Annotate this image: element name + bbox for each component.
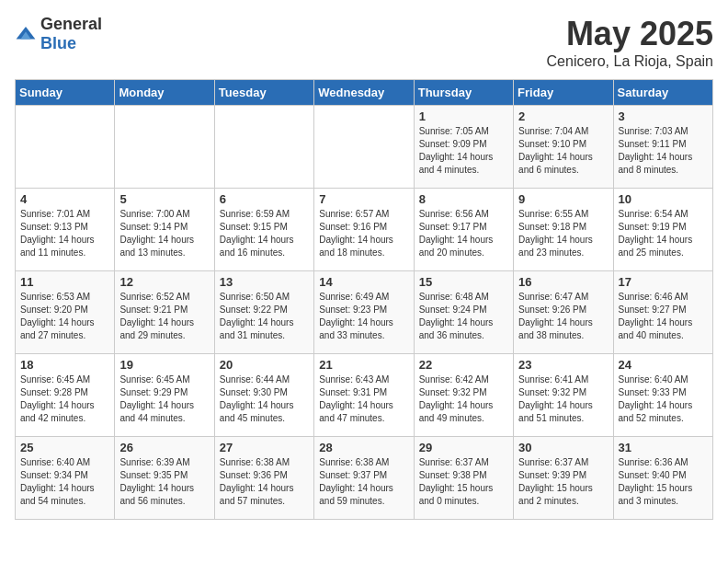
calendar-table: SundayMondayTuesdayWednesdayThursdayFrid… xyxy=(15,79,713,520)
day-info: Sunrise: 6:47 AM Sunset: 9:26 PM Dayligh… xyxy=(518,291,608,342)
day-number: 22 xyxy=(419,358,508,372)
day-info: Sunrise: 7:03 AM Sunset: 9:11 PM Dayligh… xyxy=(619,125,708,177)
calendar-cell: 11Sunrise: 6:53 AM Sunset: 9:20 PM Dayli… xyxy=(16,271,115,354)
calendar-cell: 25Sunrise: 6:40 AM Sunset: 9:34 PM Dayli… xyxy=(16,437,115,520)
day-header-tuesday: Tuesday xyxy=(214,80,313,106)
day-number: 26 xyxy=(119,441,209,454)
calendar-cell: 1Sunrise: 7:05 AM Sunset: 9:09 PM Daylig… xyxy=(414,106,513,189)
day-number: 1 xyxy=(419,109,508,123)
logo-general: General xyxy=(40,15,102,33)
day-number: 21 xyxy=(319,358,408,372)
week-row-1: 1Sunrise: 7:05 AM Sunset: 9:09 PM Daylig… xyxy=(16,106,713,189)
day-info: Sunrise: 6:44 AM Sunset: 9:30 PM Dayligh… xyxy=(220,373,309,425)
day-info: Sunrise: 6:45 AM Sunset: 9:28 PM Dayligh… xyxy=(20,373,109,425)
day-info: Sunrise: 6:52 AM Sunset: 9:21 PM Dayligh… xyxy=(119,291,209,342)
day-info: Sunrise: 6:50 AM Sunset: 9:22 PM Dayligh… xyxy=(220,291,309,342)
calendar-cell: 26Sunrise: 6:39 AM Sunset: 9:35 PM Dayli… xyxy=(115,437,214,520)
day-number: 4 xyxy=(20,192,109,206)
day-number: 19 xyxy=(119,358,209,372)
day-number: 8 xyxy=(419,192,508,206)
day-info: Sunrise: 6:36 AM Sunset: 9:40 PM Dayligh… xyxy=(619,456,708,508)
calendar-cell: 10Sunrise: 6:54 AM Sunset: 9:19 PM Dayli… xyxy=(613,189,712,271)
calendar-cell xyxy=(214,106,313,189)
calendar-cell: 13Sunrise: 6:50 AM Sunset: 9:22 PM Dayli… xyxy=(214,271,313,354)
day-info: Sunrise: 6:43 AM Sunset: 9:31 PM Dayligh… xyxy=(319,373,408,425)
calendar-cell: 17Sunrise: 6:46 AM Sunset: 9:27 PM Dayli… xyxy=(613,271,712,354)
week-row-4: 18Sunrise: 6:45 AM Sunset: 9:28 PM Dayli… xyxy=(16,354,713,437)
day-info: Sunrise: 6:37 AM Sunset: 9:39 PM Dayligh… xyxy=(518,456,608,508)
day-number: 18 xyxy=(20,358,109,372)
day-info: Sunrise: 7:00 AM Sunset: 9:14 PM Dayligh… xyxy=(119,208,209,259)
day-info: Sunrise: 6:46 AM Sunset: 9:27 PM Dayligh… xyxy=(619,291,708,342)
calendar-cell: 15Sunrise: 6:48 AM Sunset: 9:24 PM Dayli… xyxy=(414,271,513,354)
day-info: Sunrise: 6:40 AM Sunset: 9:34 PM Dayligh… xyxy=(20,456,109,508)
calendar-cell: 24Sunrise: 6:40 AM Sunset: 9:33 PM Dayli… xyxy=(613,354,712,437)
calendar-cell: 2Sunrise: 7:04 AM Sunset: 9:10 PM Daylig… xyxy=(514,106,613,189)
day-info: Sunrise: 6:54 AM Sunset: 9:19 PM Dayligh… xyxy=(619,208,708,259)
calendar-cell: 27Sunrise: 6:38 AM Sunset: 9:36 PM Dayli… xyxy=(214,437,313,520)
day-header-monday: Monday xyxy=(115,80,214,106)
calendar-header-row: SundayMondayTuesdayWednesdayThursdayFrid… xyxy=(16,80,713,106)
calendar-cell: 30Sunrise: 6:37 AM Sunset: 9:39 PM Dayli… xyxy=(514,437,613,520)
day-info: Sunrise: 6:40 AM Sunset: 9:33 PM Dayligh… xyxy=(619,373,708,425)
day-number: 24 xyxy=(619,358,708,372)
day-number: 14 xyxy=(319,275,408,289)
day-number: 10 xyxy=(619,192,708,206)
day-header-saturday: Saturday xyxy=(613,80,712,106)
day-number: 25 xyxy=(20,441,109,454)
day-number: 30 xyxy=(518,441,608,454)
calendar-cell: 18Sunrise: 6:45 AM Sunset: 9:28 PM Dayli… xyxy=(16,354,115,437)
day-header-sunday: Sunday xyxy=(16,80,115,106)
day-info: Sunrise: 6:45 AM Sunset: 9:29 PM Dayligh… xyxy=(119,373,209,425)
day-header-thursday: Thursday xyxy=(414,80,513,106)
page-header: General Blue May 2025 Cenicero, La Rioja… xyxy=(15,15,713,70)
day-number: 28 xyxy=(319,441,408,454)
day-info: Sunrise: 6:57 AM Sunset: 9:16 PM Dayligh… xyxy=(319,208,408,259)
title-block: May 2025 Cenicero, La Rioja, Spain xyxy=(547,15,713,70)
week-row-2: 4Sunrise: 7:01 AM Sunset: 9:13 PM Daylig… xyxy=(16,189,713,271)
day-number: 6 xyxy=(220,192,309,206)
calendar-cell: 29Sunrise: 6:37 AM Sunset: 9:38 PM Dayli… xyxy=(414,437,513,520)
day-number: 2 xyxy=(518,109,608,123)
calendar-cell: 3Sunrise: 7:03 AM Sunset: 9:11 PM Daylig… xyxy=(613,106,712,189)
calendar-cell: 4Sunrise: 7:01 AM Sunset: 9:13 PM Daylig… xyxy=(16,189,115,271)
day-info: Sunrise: 7:01 AM Sunset: 9:13 PM Dayligh… xyxy=(20,208,109,259)
day-header-friday: Friday xyxy=(514,80,613,106)
day-info: Sunrise: 7:04 AM Sunset: 9:10 PM Dayligh… xyxy=(518,125,608,177)
calendar-cell xyxy=(115,106,214,189)
day-info: Sunrise: 7:05 AM Sunset: 9:09 PM Dayligh… xyxy=(419,125,508,177)
day-number: 29 xyxy=(419,441,508,454)
calendar-cell: 16Sunrise: 6:47 AM Sunset: 9:26 PM Dayli… xyxy=(514,271,613,354)
week-row-5: 25Sunrise: 6:40 AM Sunset: 9:34 PM Dayli… xyxy=(16,437,713,520)
day-number: 5 xyxy=(119,192,209,206)
day-number: 11 xyxy=(20,275,109,289)
day-info: Sunrise: 6:59 AM Sunset: 9:15 PM Dayligh… xyxy=(220,208,309,259)
calendar-cell: 7Sunrise: 6:57 AM Sunset: 9:16 PM Daylig… xyxy=(314,189,414,271)
calendar-cell: 21Sunrise: 6:43 AM Sunset: 9:31 PM Dayli… xyxy=(314,354,414,437)
logo-blue: Blue xyxy=(40,34,76,52)
calendar-cell: 9Sunrise: 6:55 AM Sunset: 9:18 PM Daylig… xyxy=(514,189,613,271)
day-number: 3 xyxy=(619,109,708,123)
logo: General Blue xyxy=(15,15,102,53)
calendar-cell: 8Sunrise: 6:56 AM Sunset: 9:17 PM Daylig… xyxy=(414,189,513,271)
calendar-cell: 12Sunrise: 6:52 AM Sunset: 9:21 PM Dayli… xyxy=(115,271,214,354)
day-info: Sunrise: 6:56 AM Sunset: 9:17 PM Dayligh… xyxy=(419,208,508,259)
calendar-cell: 20Sunrise: 6:44 AM Sunset: 9:30 PM Dayli… xyxy=(214,354,313,437)
main-title: May 2025 xyxy=(547,15,713,53)
calendar-cell: 28Sunrise: 6:38 AM Sunset: 9:37 PM Dayli… xyxy=(314,437,414,520)
day-number: 23 xyxy=(518,358,608,372)
day-number: 15 xyxy=(419,275,508,289)
calendar-cell: 23Sunrise: 6:41 AM Sunset: 9:32 PM Dayli… xyxy=(514,354,613,437)
day-info: Sunrise: 6:39 AM Sunset: 9:35 PM Dayligh… xyxy=(119,456,209,508)
calendar-cell xyxy=(314,106,414,189)
day-info: Sunrise: 6:55 AM Sunset: 9:18 PM Dayligh… xyxy=(518,208,608,259)
calendar-cell: 6Sunrise: 6:59 AM Sunset: 9:15 PM Daylig… xyxy=(214,189,313,271)
day-info: Sunrise: 6:38 AM Sunset: 9:37 PM Dayligh… xyxy=(319,456,408,508)
day-info: Sunrise: 6:38 AM Sunset: 9:36 PM Dayligh… xyxy=(220,456,309,508)
calendar-cell: 22Sunrise: 6:42 AM Sunset: 9:32 PM Dayli… xyxy=(414,354,513,437)
day-number: 7 xyxy=(319,192,408,206)
day-header-wednesday: Wednesday xyxy=(314,80,414,106)
day-number: 31 xyxy=(619,441,708,454)
day-number: 12 xyxy=(119,275,209,289)
day-info: Sunrise: 6:53 AM Sunset: 9:20 PM Dayligh… xyxy=(20,291,109,342)
